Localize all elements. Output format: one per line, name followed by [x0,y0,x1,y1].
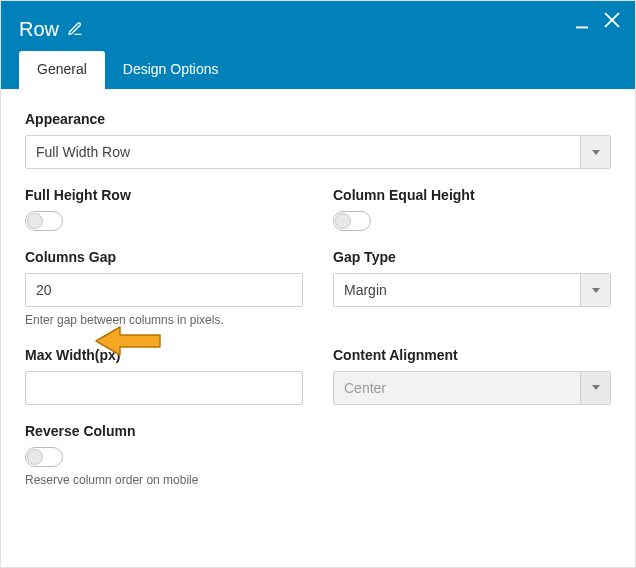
close-icon[interactable] [601,9,623,31]
reverse-column-toggle[interactable] [25,447,63,467]
column-equal-height-toggle[interactable] [333,211,371,231]
tab-design-options[interactable]: Design Options [105,51,237,89]
chevron-down-icon [580,372,610,404]
columns-gap-label: Columns Gap [25,249,303,265]
reverse-column-desc: Reserve column order on mobile [25,473,611,489]
full-height-label: Full Height Row [25,187,303,203]
reverse-column-label: Reverse Column [25,423,611,439]
appearance-label: Appearance [25,111,611,127]
max-width-input[interactable] [25,371,303,405]
chevron-down-icon [580,274,610,306]
appearance-value: Full Width Row [26,136,580,168]
columns-gap-desc: Enter gap between columns in pixels. [25,313,303,329]
gap-type-value: Margin [334,274,580,306]
full-height-toggle[interactable] [25,211,63,231]
columns-gap-input[interactable] [25,273,303,307]
panel-body: Appearance Full Width Row Full Height Ro… [1,89,635,567]
appearance-select[interactable]: Full Width Row [25,135,611,169]
svg-rect-0 [576,27,588,29]
gap-type-select[interactable]: Margin [333,273,611,307]
tabs: General Design Options [19,51,617,89]
minimize-icon[interactable] [573,13,591,31]
content-alignment-value: Center [334,372,580,404]
panel-header: Row General Design Options [1,1,635,89]
column-equal-height-label: Column Equal Height [333,187,611,203]
tab-general[interactable]: General [19,51,105,89]
max-width-label: Max Width(px) [25,347,303,363]
row-settings-panel: Row General Design Options Appearance [0,0,636,568]
panel-title: Row [19,18,59,41]
gap-type-label: Gap Type [333,249,611,265]
content-alignment-select[interactable]: Center [333,371,611,405]
content-alignment-label: Content Alignment [333,347,611,363]
edit-title-icon[interactable] [67,21,83,37]
chevron-down-icon [580,136,610,168]
